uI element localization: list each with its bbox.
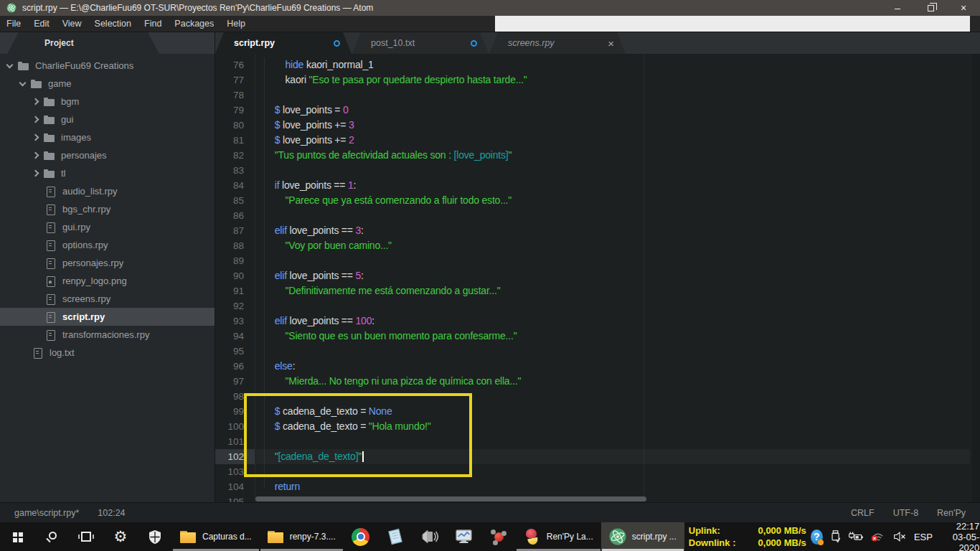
code-line[interactable]: "Siento que es un buen momento para conf… xyxy=(256,329,970,344)
menu-file[interactable]: File xyxy=(0,16,27,32)
menu-help[interactable]: Help xyxy=(220,16,252,32)
code-line[interactable]: $ cadena_de_texto = "Hola mundo!" xyxy=(256,419,970,434)
search-button[interactable] xyxy=(34,522,69,551)
code-line[interactable]: "Tus puntos de afectividad actuales son … xyxy=(256,148,970,163)
code-line[interactable] xyxy=(256,298,970,314)
minimize-button[interactable]: – xyxy=(881,0,914,16)
chevron-down-icon[interactable] xyxy=(19,79,27,86)
tree-item-personajes.rpy[interactable]: personajes.rpy xyxy=(0,254,215,272)
code-line[interactable] xyxy=(256,208,970,223)
tree-item-tl[interactable]: tl xyxy=(0,164,215,182)
tree-item-options.rpy[interactable]: options.rpy xyxy=(0,236,215,254)
tree-item-game[interactable]: game xyxy=(0,75,215,93)
modified-dot-icon[interactable] xyxy=(471,40,477,47)
tree-item-gui.rpy[interactable]: gui.rpy xyxy=(0,218,215,236)
code-lines[interactable]: hide kaori_normal_1 kaori "Eso te pasa p… xyxy=(256,54,970,502)
code-line[interactable] xyxy=(256,434,970,449)
tree-item-renpy_logo.png[interactable]: renpy_logo.png xyxy=(0,272,215,290)
chevron-down-icon[interactable] xyxy=(6,61,14,68)
tree-item-images[interactable]: images xyxy=(0,128,215,146)
taskbar-chrome-button[interactable] xyxy=(344,522,378,551)
taskbar-renpy-launcher-button[interactable]: Ren'Py La... xyxy=(516,522,601,551)
task-view-button[interactable] xyxy=(69,522,103,551)
code-line[interactable]: "[cadena_de_texto]" xyxy=(256,449,970,464)
horizontal-scrollbar[interactable] xyxy=(255,496,646,501)
code-line[interactable]: $ love_points = 0 xyxy=(256,103,970,118)
help-tray-icon[interactable]: ? xyxy=(811,529,823,545)
code-line[interactable]: elif love_points == 3: xyxy=(256,223,970,238)
code-line[interactable]: $ love_points += 3 xyxy=(256,118,970,133)
taskbar-notepad-button[interactable] xyxy=(378,522,413,551)
code-line[interactable]: "Parece que ya está comenzando a fluir t… xyxy=(256,193,970,208)
status-cursor-position[interactable]: 102:24 xyxy=(98,508,125,518)
taskbar-monitor-app-button[interactable] xyxy=(447,522,481,551)
status-grammar[interactable]: Ren'Py xyxy=(937,508,966,518)
code-line[interactable]: elif love_points == 5: xyxy=(256,268,970,283)
tree-item-CharlieFuu69 Creations[interactable]: CharlieFuu69 Creations xyxy=(0,57,215,75)
taskbar-folder-renpy[interactable]: renpy-7.3.... xyxy=(260,522,344,551)
defender-button[interactable] xyxy=(138,522,172,551)
code-line[interactable]: "Definitivamente me está comenzando a gu… xyxy=(256,283,970,298)
tree-item-personajes[interactable]: personajes xyxy=(0,146,215,164)
menu-view[interactable]: View xyxy=(56,16,88,32)
code-line[interactable]: if love_points == 1: xyxy=(256,178,970,193)
taskbar-molecule-app-button[interactable] xyxy=(481,522,516,551)
code-line[interactable]: return xyxy=(256,479,970,494)
tree-item-bgs_chr.rpy[interactable]: bgs_chr.rpy xyxy=(0,200,215,218)
status-file-path[interactable]: game\script.rpy* xyxy=(14,508,79,518)
tree-item-log.txt[interactable]: log.txt xyxy=(0,344,215,362)
chevron-right-icon[interactable] xyxy=(32,152,39,159)
chevron-right-icon[interactable] xyxy=(32,98,39,105)
editor-body[interactable]: 7677787980818283848586878889909192939495… xyxy=(215,54,980,502)
keyboard-language-indicator[interactable]: ESP xyxy=(914,532,933,542)
code-line[interactable] xyxy=(256,464,970,479)
project-tab[interactable]: Project xyxy=(7,32,159,54)
code-line[interactable]: $ cadena_de_texto = None xyxy=(256,404,970,419)
chevron-right-icon[interactable] xyxy=(32,170,39,177)
code-line[interactable] xyxy=(256,389,970,404)
tab-post_10.txt[interactable]: post_10.txt xyxy=(352,32,489,54)
battery-plug-tray-icon[interactable] xyxy=(848,530,863,543)
code-line[interactable] xyxy=(256,88,970,103)
menu-packages[interactable]: Packages xyxy=(168,16,220,32)
settings-button[interactable]: ⚙ xyxy=(103,522,138,551)
restore-button[interactable] xyxy=(914,0,947,16)
close-button[interactable]: × xyxy=(947,0,980,16)
status-line-ending[interactable]: CRLF xyxy=(851,508,875,518)
code-line[interactable]: kaori "Eso te pasa por quedarte despiert… xyxy=(256,72,970,88)
code-line[interactable]: elif love_points == 100: xyxy=(256,314,970,329)
wifi-disabled-tray-icon[interactable] xyxy=(871,529,885,544)
tab-script.rpy[interactable]: script.rpy xyxy=(215,32,352,54)
code-line[interactable]: $ love_points += 2 xyxy=(256,133,970,148)
modified-dot-icon[interactable] xyxy=(334,40,340,47)
chevron-right-icon[interactable] xyxy=(32,134,39,141)
taskbar-speaker-app-button[interactable] xyxy=(413,522,447,551)
menu-edit[interactable]: Edit xyxy=(27,16,56,32)
menu-selection[interactable]: Selection xyxy=(88,16,138,32)
code-line[interactable]: hide kaori_normal_1 xyxy=(256,57,970,72)
tree-item-transformaciones.rpy[interactable]: transformaciones.rpy xyxy=(0,326,215,344)
menu-find[interactable]: Find xyxy=(138,16,168,32)
tab-screens.rpy[interactable]: screens.rpy× xyxy=(489,32,626,54)
code-line[interactable] xyxy=(256,163,970,178)
title-bar[interactable]: script.rpy — E:\@CharlieFuu69 OT-SUR\Pro… xyxy=(0,0,980,16)
taskbar-atom-script-button[interactable]: script.rpy ... xyxy=(601,522,684,551)
tree-item-audio_list.rpy[interactable]: audio_list.rpy xyxy=(0,182,215,200)
volume-muted-tray-icon[interactable] xyxy=(893,530,906,543)
usb-tray-icon[interactable] xyxy=(831,529,840,545)
code-line[interactable]: else: xyxy=(256,359,970,374)
code-line[interactable] xyxy=(256,344,970,359)
tree-item-gui[interactable]: gui xyxy=(0,110,215,128)
taskbar-folder-capturas[interactable]: Capturas d... xyxy=(172,522,260,551)
start-button[interactable] xyxy=(0,522,34,551)
close-icon[interactable]: × xyxy=(608,38,614,49)
vertical-scrollbar-track[interactable] xyxy=(971,54,980,502)
clock[interactable]: 22:17 03-05-2020 xyxy=(941,521,979,551)
tree-item-screens.rpy[interactable]: screens.rpy xyxy=(0,290,215,308)
status-encoding[interactable]: UTF-8 xyxy=(893,508,918,518)
code-line[interactable] xyxy=(256,253,970,268)
code-line[interactable]: "Mierda... No tengo ni una pizca de quím… xyxy=(256,374,970,389)
code-line[interactable]: "Voy por buen camino..." xyxy=(256,238,970,253)
tree-item-bgm[interactable]: bgm xyxy=(0,93,215,110)
tree-item-script.rpy[interactable]: script.rpy xyxy=(0,308,215,326)
